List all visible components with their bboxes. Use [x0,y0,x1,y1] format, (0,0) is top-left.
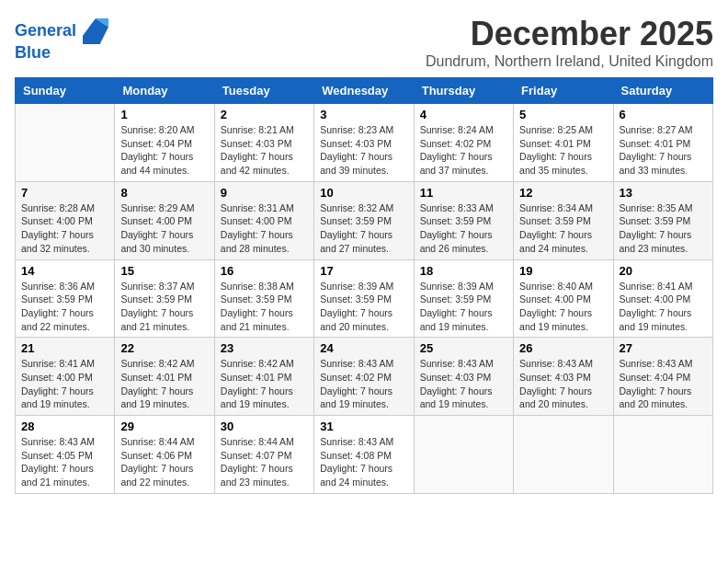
calendar-cell: 10Sunrise: 8:32 AM Sunset: 3:59 PM Dayli… [314,181,414,259]
day-info: Sunrise: 8:43 AM Sunset: 4:08 PM Dayligh… [320,435,407,489]
calendar-cell: 19Sunrise: 8:40 AM Sunset: 4:00 PM Dayli… [514,259,613,338]
day-info: Sunrise: 8:23 AM Sunset: 4:03 PM Dayligh… [320,123,407,178]
day-number: 4 [420,108,507,121]
day-number: 31 [320,419,407,433]
logo-text: General [15,18,108,44]
day-info: Sunrise: 8:35 AM Sunset: 3:59 PM Dayligh… [620,201,707,256]
calendar-cell: 28Sunrise: 8:43 AM Sunset: 4:05 PM Dayli… [16,416,115,494]
calendar-cell: 14Sunrise: 8:36 AM Sunset: 3:59 PM Dayli… [16,259,115,338]
day-number: 29 [120,419,208,433]
logo-text2: Blue [15,44,108,63]
day-info: Sunrise: 8:28 AM Sunset: 4:00 PM Dayligh… [21,201,108,256]
calendar-cell: 2Sunrise: 8:21 AM Sunset: 4:03 PM Daylig… [214,104,313,182]
calendar-cell: 12Sunrise: 8:34 AM Sunset: 3:59 PM Dayli… [514,181,613,259]
day-number: 23 [221,341,308,355]
logo: General Blue [15,18,108,63]
day-info: Sunrise: 8:36 AM Sunset: 3:59 PM Dayligh… [21,280,108,334]
day-info: Sunrise: 8:20 AM Sunset: 4:04 PM Dayligh… [120,123,208,178]
calendar-week-row: 1Sunrise: 8:20 AM Sunset: 4:04 PM Daylig… [16,104,713,182]
calendar-week-row: 14Sunrise: 8:36 AM Sunset: 3:59 PM Dayli… [16,259,713,338]
weekday-header-saturday: Saturday [613,78,712,104]
day-info: Sunrise: 8:32 AM Sunset: 3:59 PM Dayligh… [320,201,407,256]
day-info: Sunrise: 8:44 AM Sunset: 4:06 PM Dayligh… [120,435,208,489]
day-info: Sunrise: 8:29 AM Sunset: 4:00 PM Dayligh… [120,201,208,256]
calendar-cell: 29Sunrise: 8:44 AM Sunset: 4:06 PM Dayli… [115,416,214,494]
day-info: Sunrise: 8:37 AM Sunset: 3:59 PM Dayligh… [120,280,208,334]
calendar-cell: 31Sunrise: 8:43 AM Sunset: 4:08 PM Dayli… [314,416,414,494]
day-number: 6 [620,108,707,121]
month-title: December 2025 [426,15,713,53]
day-number: 30 [221,419,308,433]
day-info: Sunrise: 8:41 AM Sunset: 4:00 PM Dayligh… [620,280,707,334]
calendar-cell: 22Sunrise: 8:42 AM Sunset: 4:01 PM Dayli… [115,338,214,416]
day-number: 21 [21,341,108,355]
calendar-cell: 30Sunrise: 8:44 AM Sunset: 4:07 PM Dayli… [214,416,313,494]
day-info: Sunrise: 8:31 AM Sunset: 4:00 PM Dayligh… [221,201,308,256]
day-info: Sunrise: 8:38 AM Sunset: 3:59 PM Dayligh… [221,280,308,334]
day-info: Sunrise: 8:43 AM Sunset: 4:03 PM Dayligh… [420,357,507,411]
location: Dundrum, Northern Ireland, United Kingdo… [426,53,713,70]
day-number: 24 [320,341,407,355]
day-number: 2 [221,108,308,121]
calendar-cell: 17Sunrise: 8:39 AM Sunset: 3:59 PM Dayli… [314,259,414,338]
weekday-header-wednesday: Wednesday [314,78,414,104]
calendar-cell: 25Sunrise: 8:43 AM Sunset: 4:03 PM Dayli… [414,338,513,416]
day-info: Sunrise: 8:43 AM Sunset: 4:03 PM Dayligh… [519,357,607,411]
calendar-cell: 26Sunrise: 8:43 AM Sunset: 4:03 PM Dayli… [514,338,613,416]
day-number: 25 [420,341,507,355]
day-info: Sunrise: 8:39 AM Sunset: 3:59 PM Dayligh… [420,280,507,334]
day-info: Sunrise: 8:27 AM Sunset: 4:01 PM Dayligh… [620,123,707,178]
day-info: Sunrise: 8:33 AM Sunset: 3:59 PM Dayligh… [420,201,507,256]
calendar-cell: 27Sunrise: 8:43 AM Sunset: 4:04 PM Dayli… [613,338,712,416]
calendar-cell [414,416,513,494]
day-info: Sunrise: 8:43 AM Sunset: 4:05 PM Dayligh… [21,435,108,489]
calendar-cell: 11Sunrise: 8:33 AM Sunset: 3:59 PM Dayli… [414,181,513,259]
day-info: Sunrise: 8:24 AM Sunset: 4:02 PM Dayligh… [420,123,507,178]
calendar-cell: 5Sunrise: 8:25 AM Sunset: 4:01 PM Daylig… [514,104,613,182]
day-number: 17 [320,264,407,278]
calendar-cell: 6Sunrise: 8:27 AM Sunset: 4:01 PM Daylig… [613,104,712,182]
day-number: 12 [519,186,607,200]
calendar-cell [514,416,613,494]
day-number: 5 [519,108,607,121]
calendar-cell: 23Sunrise: 8:42 AM Sunset: 4:01 PM Dayli… [214,338,313,416]
calendar-cell: 18Sunrise: 8:39 AM Sunset: 3:59 PM Dayli… [414,259,513,338]
day-info: Sunrise: 8:21 AM Sunset: 4:03 PM Dayligh… [221,123,308,178]
day-info: Sunrise: 8:42 AM Sunset: 4:01 PM Dayligh… [221,357,308,411]
day-info: Sunrise: 8:43 AM Sunset: 4:02 PM Dayligh… [320,357,407,411]
calendar-week-row: 28Sunrise: 8:43 AM Sunset: 4:05 PM Dayli… [16,416,713,494]
day-info: Sunrise: 8:43 AM Sunset: 4:04 PM Dayligh… [620,357,707,411]
calendar-cell: 7Sunrise: 8:28 AM Sunset: 4:00 PM Daylig… [16,181,115,259]
calendar-cell [16,104,115,182]
day-number: 11 [420,186,507,200]
day-number: 3 [320,108,407,121]
calendar-header-row: SundayMondayTuesdayWednesdayThursdayFrid… [16,78,713,104]
day-info: Sunrise: 8:40 AM Sunset: 4:00 PM Dayligh… [519,280,607,334]
weekday-header-monday: Monday [115,78,214,104]
day-number: 13 [620,186,707,200]
weekday-header-tuesday: Tuesday [214,78,313,104]
day-number: 16 [221,264,308,278]
title-block: December 2025 Dundrum, Northern Ireland,… [426,15,713,70]
day-info: Sunrise: 8:44 AM Sunset: 4:07 PM Dayligh… [221,435,308,489]
day-info: Sunrise: 8:25 AM Sunset: 4:01 PM Dayligh… [519,123,607,178]
day-number: 18 [420,264,507,278]
day-number: 9 [221,186,308,200]
day-info: Sunrise: 8:39 AM Sunset: 3:59 PM Dayligh… [320,280,407,334]
day-info: Sunrise: 8:42 AM Sunset: 4:01 PM Dayligh… [120,357,208,411]
calendar-cell: 4Sunrise: 8:24 AM Sunset: 4:02 PM Daylig… [414,104,513,182]
calendar-cell: 24Sunrise: 8:43 AM Sunset: 4:02 PM Dayli… [314,338,414,416]
page-header: General Blue December 2025 Dundrum, Nort… [15,15,713,70]
day-number: 1 [120,108,208,121]
calendar-cell: 21Sunrise: 8:41 AM Sunset: 4:00 PM Dayli… [16,338,115,416]
weekday-header-sunday: Sunday [16,78,115,104]
calendar-table: SundayMondayTuesdayWednesdayThursdayFrid… [15,77,713,494]
day-info: Sunrise: 8:34 AM Sunset: 3:59 PM Dayligh… [519,201,607,256]
calendar-cell: 8Sunrise: 8:29 AM Sunset: 4:00 PM Daylig… [115,181,214,259]
calendar-cell: 9Sunrise: 8:31 AM Sunset: 4:00 PM Daylig… [214,181,313,259]
day-info: Sunrise: 8:41 AM Sunset: 4:00 PM Dayligh… [21,357,108,411]
calendar-cell: 16Sunrise: 8:38 AM Sunset: 3:59 PM Dayli… [214,259,313,338]
calendar-cell: 13Sunrise: 8:35 AM Sunset: 3:59 PM Dayli… [613,181,712,259]
calendar-week-row: 21Sunrise: 8:41 AM Sunset: 4:00 PM Dayli… [16,338,713,416]
weekday-header-friday: Friday [514,78,613,104]
